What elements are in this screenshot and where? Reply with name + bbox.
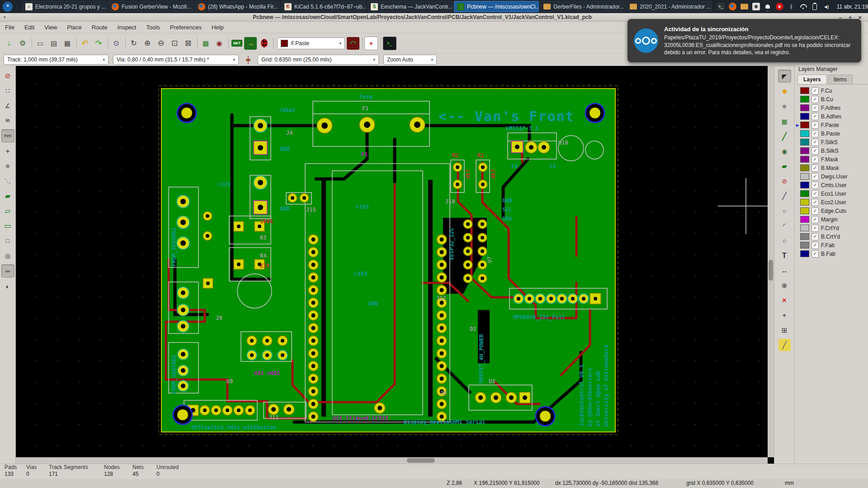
- layer-visibility-checkbox[interactable]: [811, 104, 819, 112]
- horizontal-scrollbar[interactable]: [16, 457, 768, 464]
- layer-row[interactable]: ▶ F.Mask: [795, 155, 868, 164]
- menu-item[interactable]: Route: [87, 23, 113, 32]
- vertical-scrollbar-handle[interactable]: [769, 260, 773, 281]
- polar-coords-icon[interactable]: [2, 99, 14, 112]
- footprint-mode-icon[interactable]: [199, 37, 212, 50]
- media-player-icon[interactable]: [752, 3, 760, 10]
- ratsnest-show-icon[interactable]: [2, 160, 14, 172]
- layer-visibility-checkbox[interactable]: [811, 173, 819, 180]
- layer-visibility-checkbox[interactable]: [811, 156, 819, 163]
- local-ratsnest-icon[interactable]: [778, 100, 791, 113]
- layer-row[interactable]: ▶ B.CrtYd: [795, 232, 868, 241]
- folder-icon[interactable]: [741, 4, 748, 9]
- auto-track-width-icon[interactable]: [243, 55, 253, 65]
- drc-icon[interactable]: [258, 37, 270, 50]
- units-mm-icon[interactable]: [1, 129, 14, 142]
- zones-outline-icon[interactable]: [2, 220, 14, 232]
- layer-color-swatch[interactable]: [800, 164, 809, 171]
- layer-visibility-checkbox[interactable]: [811, 216, 819, 223]
- add-line-icon[interactable]: [778, 190, 791, 202]
- layer-row[interactable]: ▶ F.Adhes: [795, 103, 868, 112]
- layer-color-swatch[interactable]: [800, 233, 809, 240]
- save-icon[interactable]: [3, 37, 15, 50]
- layer-color-swatch[interactable]: [800, 182, 809, 188]
- tab-layers[interactable]: Layers: [797, 75, 827, 84]
- add-text-icon[interactable]: [778, 249, 791, 262]
- bluetooth-icon[interactable]: [788, 3, 795, 10]
- scripting-console-icon[interactable]: [383, 37, 396, 50]
- layer-visibility-checkbox[interactable]: [811, 139, 819, 146]
- footprint-viewer-icon[interactable]: [213, 37, 226, 50]
- layer-row[interactable]: ▶ F.Paste: [795, 121, 868, 129]
- print-icon[interactable]: [47, 37, 60, 50]
- taskbar-window-button[interactable]: GerberFiles - Administrador...: [540, 1, 625, 12]
- taskbar-window-button[interactable]: KiCad 5.1.6-c6e7f7d~87~ub...: [281, 1, 366, 12]
- layer-visibility-checkbox[interactable]: [811, 225, 819, 232]
- zones-hide-icon[interactable]: [2, 205, 14, 217]
- add-footprint-icon[interactable]: [778, 115, 791, 127]
- page-settings-icon[interactable]: [34, 37, 47, 50]
- battery-icon[interactable]: [811, 3, 819, 10]
- layer-row[interactable]: ▶ B.SilkS: [795, 146, 868, 155]
- layer-row[interactable]: ▶ F.Fab: [795, 241, 868, 249]
- layer-color-swatch[interactable]: [800, 190, 809, 197]
- measure-tool-icon[interactable]: [778, 339, 791, 351]
- layer-row[interactable]: ▶ B.Paste: [795, 129, 868, 138]
- layer-visibility-checkbox[interactable]: [811, 182, 819, 189]
- taskbar-window-button[interactable]: Fusion GerberView - Mozill...: [108, 1, 193, 12]
- zoom-select[interactable]: Zoom Auto ▾: [383, 55, 437, 65]
- select-icon[interactable]: [778, 70, 791, 83]
- layer-visibility-checkbox[interactable]: [811, 130, 819, 137]
- menu-item[interactable]: File: [0, 23, 19, 32]
- layer-visibility-checkbox[interactable]: [811, 242, 819, 249]
- add-dimension-icon[interactable]: [778, 264, 791, 277]
- zoom-out-icon[interactable]: [155, 37, 167, 50]
- terminal-icon[interactable]: [717, 3, 725, 10]
- zones-show-icon[interactable]: [2, 190, 14, 202]
- tracks-sketch-icon[interactable]: [1, 264, 14, 277]
- layer-row[interactable]: ▶ B.Fab: [795, 249, 868, 258]
- layer-color-swatch[interactable]: [800, 250, 809, 257]
- drc-off-icon[interactable]: [2, 70, 14, 82]
- menu-item[interactable]: Place: [62, 23, 87, 32]
- menu-item[interactable]: Preferences: [165, 23, 207, 32]
- layer-row[interactable]: ▶ Edge.Cuts: [795, 206, 868, 215]
- taskbar-window-button[interactable]: Eeschema — JackVanContr...: [368, 1, 453, 12]
- layer-color-swatch[interactable]: [800, 199, 809, 206]
- pcb-canvas[interactable]: <-- Van's Front LM1117-3.3 U10 C4 C3 Fus…: [16, 66, 768, 457]
- layer-visibility-checkbox[interactable]: [811, 113, 819, 120]
- tab-items[interactable]: Items: [828, 75, 853, 84]
- layer-row[interactable]: ▶ F.Cu: [795, 86, 868, 95]
- layer-row[interactable]: ▶ F.CrtYd: [795, 224, 868, 232]
- taskbar-window-button[interactable]: 2020_2021 - Administrador ...: [627, 1, 712, 12]
- horizontal-scrollbar-handle[interactable]: [407, 458, 435, 463]
- layer-color-swatch[interactable]: [800, 173, 809, 180]
- add-arc-icon[interactable]: [778, 220, 791, 232]
- sync-error-icon[interactable]: [776, 3, 783, 10]
- layer-visibility-checkbox[interactable]: [811, 207, 819, 215]
- highlight-net-icon[interactable]: [778, 85, 791, 98]
- menu-item[interactable]: Tools: [141, 23, 165, 32]
- vias-sketch-icon[interactable]: [2, 249, 14, 262]
- layer-visibility-checkbox[interactable]: [811, 199, 819, 206]
- board-setup-icon[interactable]: [16, 37, 29, 50]
- clock[interactable]: 11 abr, 21:19: [837, 4, 868, 10]
- layer-visibility-checkbox[interactable]: [811, 122, 819, 129]
- vertical-scrollbar[interactable]: [768, 66, 774, 457]
- layer-row[interactable]: ▶ Eco1.User: [795, 189, 868, 198]
- layer-row[interactable]: ▶ Cmts.User: [795, 181, 868, 189]
- layer-row[interactable]: ▶ Margin: [795, 215, 868, 224]
- layer-color-swatch[interactable]: [800, 139, 809, 145]
- layer-visibility-checkbox[interactable]: [811, 87, 819, 94]
- track-width-select[interactable]: Track: 1,000 mm (39,37 mils) ▾: [4, 55, 108, 65]
- layer-visibility-checkbox[interactable]: [811, 250, 819, 258]
- update-netlist-icon[interactable]: [231, 37, 243, 50]
- pads-sketch-icon[interactable]: [2, 235, 14, 247]
- cursor-full-icon[interactable]: [2, 145, 14, 157]
- applications-menu-icon[interactable]: *: [3, 2, 13, 12]
- wifi-icon[interactable]: [799, 3, 807, 10]
- layer-color-swatch[interactable]: [800, 242, 809, 249]
- grid-dots-icon[interactable]: [2, 84, 14, 97]
- layer-row[interactable]: ▶ B.Mask: [795, 164, 868, 172]
- zoom-selection-icon[interactable]: [182, 37, 194, 50]
